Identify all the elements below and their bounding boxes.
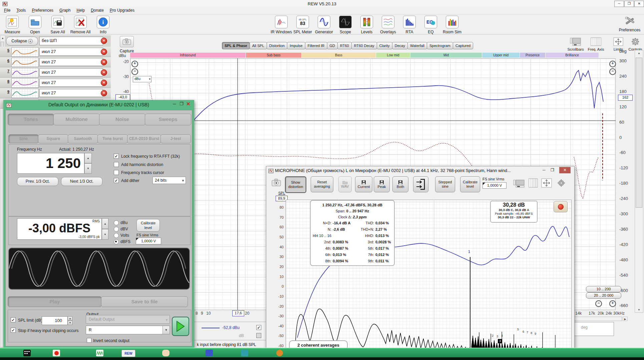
rta-maximize-button[interactable]: ❐ — [551, 168, 554, 172]
output-device-dropdown[interactable]: Default Output▼ — [86, 315, 170, 324]
delete-measurement-icon[interactable]: ✕ — [101, 38, 107, 44]
dither-bits-dropdown[interactable]: 24 bits▼ — [152, 177, 186, 184]
tab-rt60-decay[interactable]: RT60 Decay — [351, 42, 377, 49]
rta-close-button[interactable]: ✕ — [559, 167, 571, 173]
spl-meter-button[interactable]: dB SPL83 SPL Meter — [292, 16, 313, 34]
rta-button[interactable]: RTA — [399, 16, 420, 34]
show-distortion-button[interactable]: Show distortion — [285, 176, 306, 193]
tab-distortion[interactable]: Distortion — [267, 42, 287, 49]
unit-volts-radio[interactable] — [114, 233, 119, 238]
spin-up-icon[interactable]: ▲ — [84, 153, 92, 163]
taskbar-icon-record[interactable] — [53, 350, 60, 356]
tab-clarity[interactable]: Clarity — [377, 42, 392, 49]
frequency-input[interactable]: 1 250 — [17, 153, 84, 174]
save-wav-button[interactable]: WAV — [338, 176, 352, 192]
prev-third-octave-button[interactable]: Prev. 1/3 Oct. — [17, 177, 58, 186]
zoom-in-button[interactable]: + — [131, 61, 138, 67]
tab-multitone[interactable]: Multitone — [53, 114, 100, 125]
tab-gd[interactable]: GD — [327, 42, 338, 49]
add-dither-checkbox[interactable]: ✓ — [114, 178, 119, 183]
close-button[interactable]: ✕ — [634, 1, 644, 7]
rta-scrollbars-icon[interactable] — [513, 180, 525, 189]
measurement-name-field[interactable]: июл 27 — [39, 79, 103, 87]
fs-sine-vrms-field[interactable]: 1,0000 V — [482, 182, 507, 189]
delete-measurement-icon[interactable]: ✕ — [101, 69, 107, 76]
taskbar-icon-wave[interactable] — [96, 350, 103, 356]
tab-captured[interactable]: Captured — [453, 42, 473, 49]
unit-dbv-radio[interactable] — [114, 227, 119, 232]
room-sim-button[interactable]: Room Sim — [442, 16, 462, 34]
menu-item-help[interactable]: Help — [74, 7, 87, 14]
legend-checkbox[interactable]: ✓ — [256, 325, 261, 330]
measurement-name-field[interactable]: без ШП — [39, 37, 103, 45]
subtab-sine[interactable]: Sine — [8, 134, 39, 143]
capture-button[interactable]: Capture — [116, 36, 137, 53]
zoom-out-button[interactable]: − — [609, 68, 616, 75]
taskbar-icon-app-orange[interactable] — [276, 350, 283, 356]
rta-calibrate-level-button[interactable]: Calibrate level — [460, 176, 480, 192]
tab-sweeps[interactable]: Sweeps — [145, 114, 191, 125]
rta-minimize-button[interactable]: ─ — [543, 168, 546, 172]
open-button[interactable]: Open — [25, 16, 45, 34]
scope-button[interactable]: Scope — [335, 16, 356, 34]
preferences-button[interactable]: Preferences — [619, 16, 640, 32]
level-spinner[interactable]: ▲▼ — [102, 218, 108, 240]
subtab-j-test[interactable]: J-test — [160, 134, 191, 143]
generator-play-button[interactable] — [172, 317, 189, 336]
controls-button[interactable]: Controls — [627, 37, 643, 51]
measurement-name-field[interactable]: июл 27 — [39, 68, 103, 76]
calibrate-level-button[interactable]: Calibrate level — [136, 219, 160, 232]
zoom-in-button[interactable]: + — [609, 61, 616, 67]
spl-limit-spinner[interactable]: ▲▼ — [68, 316, 72, 325]
fs-sine-vrms-field[interactable]: 1,0000 V — [136, 238, 161, 244]
subtab-tone-burst[interactable]: Tone burst — [97, 134, 128, 143]
maximize-button[interactable]: ❐ — [624, 1, 634, 7]
frequency-spinner[interactable]: ▲▼ — [84, 153, 92, 174]
tab-waterfall[interactable]: Waterfall — [407, 42, 427, 49]
scrollbars-button[interactable]: Scrollbars — [565, 37, 586, 51]
tab-spectrogram[interactable]: Spectrogram — [427, 42, 453, 49]
save-to-file-button[interactable]: Save to file — [101, 296, 188, 307]
taskbar-icon-app-teal[interactable] — [241, 350, 248, 356]
reset-averaging-button[interactable]: Reset averaging — [311, 176, 333, 192]
zoom-in-button[interactable]: + — [609, 300, 616, 307]
output-channel-dropdown[interactable]: R▼ — [86, 326, 170, 334]
zoom-out-button[interactable]: − — [595, 300, 602, 307]
menu-item-pro-upgrades[interactable]: Pro Upgrades — [107, 7, 137, 14]
save-both-button[interactable]: Both — [392, 176, 408, 192]
legend-checkbox-disabled[interactable] — [256, 333, 261, 338]
lock-frequency-checkbox[interactable]: ✓ — [114, 154, 119, 159]
overlays-button[interactable]: Overlays — [378, 16, 398, 34]
tab-rt60[interactable]: RT60 — [337, 42, 352, 49]
delete-measurement-icon[interactable]: ✕ — [101, 80, 107, 86]
rta-capture-button[interactable] — [272, 178, 281, 188]
menu-item-preferences[interactable]: Preferences — [29, 7, 56, 14]
tab-noise[interactable]: Noise — [99, 114, 145, 125]
minimize-button[interactable]: ─ — [614, 1, 624, 7]
invert-second-output-checkbox[interactable] — [87, 338, 91, 343]
spl-limit-checkbox[interactable]: ✓ — [11, 317, 16, 322]
menu-item-graph[interactable]: Graph — [57, 7, 73, 14]
tab-filtered-ir[interactable]: Filtered IR — [305, 42, 327, 49]
tab-tones[interactable]: Tones — [8, 114, 54, 125]
rta-freq-axis-icon[interactable] — [529, 178, 538, 189]
scroll-right-arrow[interactable]: ▶ — [623, 317, 628, 321]
subtab-sawtooth[interactable]: Sawtooth — [68, 134, 98, 143]
rta-gear-icon[interactable] — [557, 179, 565, 188]
horizontal-scrollbar[interactable] — [571, 317, 622, 321]
save-current-button[interactable]: Current — [355, 176, 372, 192]
info-button[interactable]: i Info — [93, 16, 113, 34]
phase-unit-box[interactable]: deg — [571, 322, 614, 336]
rta-limits-icon[interactable] — [541, 178, 552, 189]
dialog-minimize-button[interactable]: ─ — [173, 101, 176, 106]
loopback-input-button[interactable] — [413, 176, 428, 192]
ir-windows-button[interactable]: IR Windows — [271, 16, 292, 34]
menu-item-donate[interactable]: Donate — [88, 7, 106, 14]
dialog-close-button[interactable]: ✕ — [186, 101, 191, 107]
subtab-cea-2010-burst[interactable]: CEA-2010 Burst — [127, 134, 161, 143]
taskbar-icon-console[interactable] — [23, 350, 31, 356]
menu-item-file[interactable]: File — [1, 7, 13, 14]
unit-dbu-radio[interactable] — [114, 220, 119, 225]
levels-button[interactable]: 036 Levels — [356, 16, 377, 34]
measurement-row[interactable]: 6июл 27✕ — [0, 57, 111, 67]
